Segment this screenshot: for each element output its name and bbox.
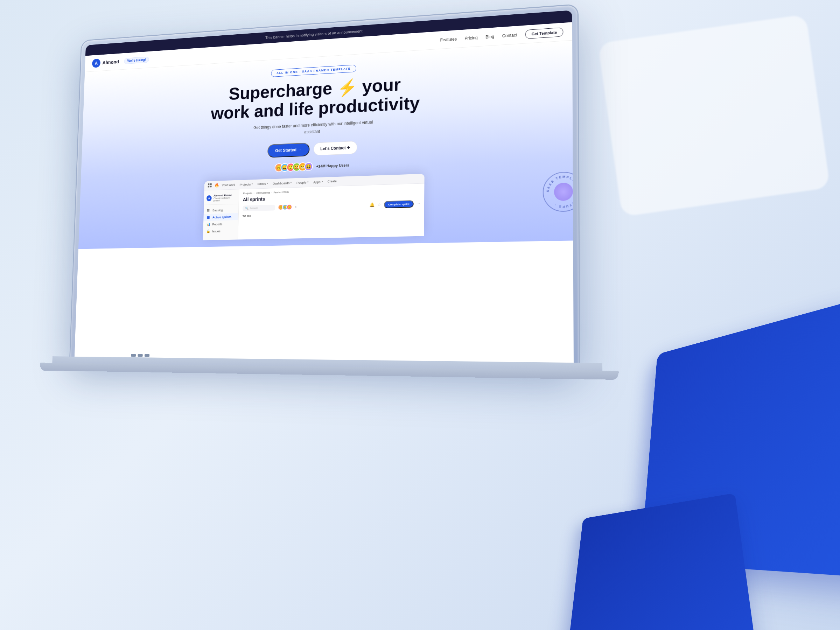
nav-blog[interactable]: Blog: [485, 34, 494, 39]
port-2: [137, 354, 142, 357]
app-avatar-stack: 😊 😄 🙂: [278, 204, 292, 210]
sprint-status-label: TO DO: [243, 210, 420, 217]
avatar-stack: 😊 😄 🙂 😀 😁 😃: [275, 162, 313, 172]
hero-badge: ALL IN ONE - SAAS FRAMER TEMPLATE: [271, 65, 356, 77]
app-mockup: 🔥 Your work Projects ▾ Filters ▾: [203, 174, 425, 240]
avatar-6: 😃: [304, 162, 313, 171]
app-nav-dashboards[interactable]: Dashboards ▾: [273, 181, 292, 185]
social-count-text: +14M Happy Users: [316, 163, 349, 168]
nav-contact[interactable]: Contact: [502, 33, 517, 38]
sidebar-item-issues[interactable]: 🔒 Issues: [203, 227, 238, 235]
hero-title: Supercharge ⚡ yourwork and life producti…: [211, 74, 420, 123]
app-sidebar: A Almond Theme Classic software project.…: [203, 189, 239, 240]
logo: A Almond We're Hiring!: [92, 55, 150, 68]
app-nav-projects[interactable]: Projects ▾: [240, 182, 253, 186]
social-proof: 😊 😄 🙂 😀 😁 😃 +14M Happy Users: [275, 161, 349, 172]
app-body: A Almond Theme Classic software project.…: [203, 183, 425, 240]
search-icon: 🔍: [245, 207, 248, 210]
issues-icon: 🔒: [206, 230, 210, 234]
screen-bezel: This banner helps in notifying visitors …: [74, 10, 574, 367]
backlog-icon: ☰: [207, 208, 211, 212]
breadcrumb-projects[interactable]: Projects: [243, 191, 253, 194]
website-content: This banner helps in notifying visitors …: [74, 10, 574, 367]
reports-icon: 📊: [207, 223, 210, 226]
notification-bell-icon[interactable]: 🔔: [369, 202, 375, 207]
lets-contact-button[interactable]: Let's Contact ✈: [313, 141, 357, 155]
app-main-content: Projects › International › Product Web A…: [238, 183, 424, 239]
saas-badge: SAAS TEMPLATE · STARTUPS ·: [543, 171, 574, 212]
star-icon[interactable]: ☆: [377, 202, 381, 207]
get-started-button[interactable]: Get Started →: [267, 142, 310, 158]
grid-icon: [208, 183, 212, 188]
user-count: 9: [295, 205, 297, 208]
sidebar-avatar: A: [207, 195, 212, 201]
share-icon[interactable]: ⋯: [417, 202, 420, 205]
app-nav-create[interactable]: Create: [328, 180, 337, 183]
hero-section: ALL IN ONE - SAAS FRAMER TEMPLATE Superc…: [78, 41, 573, 249]
app-search-input[interactable]: 🔍 Search: [243, 205, 275, 212]
app-nav-people[interactable]: People ▾: [297, 180, 309, 185]
app-toolbar: 🔍 Search 😊 😄 🙂 9 🔔: [243, 200, 420, 212]
nav-features[interactable]: Features: [440, 36, 457, 43]
logo-icon: A: [92, 58, 101, 68]
port-3: [145, 354, 150, 357]
sidebar-company-desc: Classic software project...: [213, 197, 236, 202]
saas-badge-ring: SAAS TEMPLATE · STARTUPS ·: [543, 171, 574, 212]
laptop-body: This banner helps in notifying visitors …: [70, 5, 579, 367]
sidebar-user-info: Almond Theme Classic software project...: [213, 194, 236, 202]
laptop-ports: [131, 354, 150, 357]
sidebar-item-backlog[interactable]: ☰ Backlog: [204, 206, 239, 214]
sidebar-user: A Almond Theme Classic software project.…: [204, 192, 239, 205]
nav-links: Features Pricing Blog Contact Get Templa…: [440, 27, 563, 44]
breadcrumb-product-web[interactable]: Product Web: [274, 190, 289, 194]
port-1: [131, 354, 136, 357]
svg-text:SAAS TEMPLATE · STARTUPS ·: SAAS TEMPLATE · STARTUPS ·: [546, 174, 574, 208]
app-nav-yourwork[interactable]: Your work: [222, 183, 235, 187]
saas-badge-text: SAAS TEMPLATE · STARTUPS ·: [546, 174, 574, 208]
app-nav: Your work Projects ▾ Filters ▾: [222, 180, 337, 187]
hiring-badge[interactable]: We're Hiring!: [124, 56, 149, 64]
laptop-device: This banner helps in notifying visitors …: [62, 0, 661, 630]
fire-icon: 🔥: [215, 183, 219, 188]
hero-subtitle: Get things done faster and more efficien…: [247, 119, 380, 138]
app-nav-filters[interactable]: Filters ▾: [257, 182, 268, 186]
team-avatar-3: 🙂: [286, 204, 292, 210]
complete-sprint-button[interactable]: Complete sprint: [384, 200, 414, 208]
logo-text: Almond: [102, 59, 119, 65]
sidebar-item-active-sprints[interactable]: ▦ Active sprints: [203, 213, 238, 221]
hero-buttons: Get Started → Let's Contact ✈: [267, 141, 358, 158]
breadcrumb-international[interactable]: International: [256, 191, 270, 194]
get-template-button[interactable]: Get Template: [525, 27, 564, 39]
sprints-icon: ▦: [207, 216, 210, 219]
sidebar-item-reports[interactable]: 📊 Reports: [203, 220, 238, 228]
nav-pricing[interactable]: Pricing: [464, 35, 477, 41]
bolt-icon: ⚡: [337, 79, 357, 98]
app-nav-apps[interactable]: Apps ▾: [313, 180, 323, 184]
